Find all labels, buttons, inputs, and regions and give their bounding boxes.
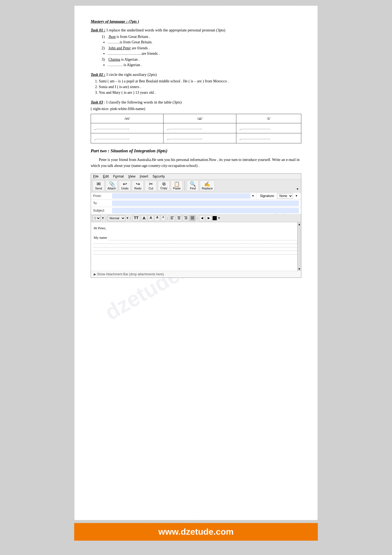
to-row: To: <box>91 200 301 207</box>
list-item: 2) John and Peter are friends . <box>102 46 301 50</box>
font-size-tt-button[interactable]: TT <box>132 215 140 221</box>
scroll-down-arrow[interactable]: ▼ <box>298 267 301 270</box>
section1-title: Mastery of language : (7pts ) <box>91 19 301 24</box>
send-label: Send <box>95 187 102 190</box>
attachment-bar[interactable]: ▶ Show Attachment Bar (drop attachments … <box>91 271 301 278</box>
list-item: Sami ( am – is ) a pupil at Ben Boulaid … <box>99 79 301 83</box>
undo-button[interactable]: ↩ Undo <box>119 180 131 191</box>
from-dropdown[interactable]: ▼ <box>251 194 254 197</box>
list-item: You and Mary ( is-are ) 13 years old . <box>99 91 301 95</box>
dotted-line-3 <box>94 247 298 247</box>
font-grow-button[interactable]: A <box>141 215 147 221</box>
copy-button[interactable]: ⧉ Copy <box>158 181 170 191</box>
align-right-button[interactable] <box>183 215 189 221</box>
outdent-button[interactable]: ◀ <box>199 215 205 221</box>
cut-label: Cut <box>149 187 153 190</box>
font-small-button[interactable]: A <box>161 215 166 221</box>
style-select[interactable]: Normal <box>108 215 125 221</box>
copy-label: Copy <box>160 186 167 190</box>
email-client: File Edit Format View Insert Security ✉ … <box>91 173 301 278</box>
font-shrink-button[interactable]: A <box>148 215 153 221</box>
task03-text: : I classify the following words in the … <box>104 100 182 104</box>
col-header-ai: /ai/ <box>164 114 236 123</box>
words-hint: ( eight-nice- pink-white-fifth-name) <box>91 107 301 111</box>
font-size-arrow[interactable]: ▼ <box>102 217 104 220</box>
toolbar-separator2: | <box>106 217 106 220</box>
attachment-bar-label: ▶ Show Attachment Bar (drop attachments … <box>94 272 164 276</box>
task03-label: Task 03 <box>91 100 103 104</box>
dotted-line-1 <box>108 240 298 240</box>
task02-list: Sami ( am – is ) a pupil at Ben Boulaid … <box>99 79 301 95</box>
redo-icon: ↪ <box>136 182 140 186</box>
dotted-line-4 <box>94 251 298 251</box>
menu-file[interactable]: File <box>93 175 99 178</box>
table-cell: _……………………….. <box>91 133 164 143</box>
dotted-line-5 <box>94 254 298 254</box>
footer-url: www.dzetude.com <box>158 527 234 537</box>
menu-format[interactable]: Format <box>113 175 124 178</box>
undo-icon: ↩ <box>123 182 127 186</box>
menu-insert[interactable]: Insert <box>140 175 148 178</box>
email-scrollbar[interactable]: ▲ ▼ <box>297 222 301 271</box>
menu-security[interactable]: Security <box>152 175 165 178</box>
send-button[interactable]: ✉ Send <box>93 180 104 191</box>
svg-rect-4 <box>178 218 180 218</box>
style-arrow[interactable]: ▼ <box>126 217 129 220</box>
find-button[interactable]: 🔍 Find <box>187 180 199 191</box>
table-cell: _……………………….. <box>164 123 236 133</box>
format-toolbar: 9 ▼ | Normal ▼ | TT A A A A | <box>91 214 301 222</box>
indent-button[interactable]: ▶ <box>206 215 212 221</box>
menu-edit[interactable]: Edit <box>103 175 109 178</box>
justify-button[interactable] <box>190 215 195 221</box>
svg-rect-7 <box>185 218 187 218</box>
align-center-button[interactable] <box>176 215 182 221</box>
list-item-answer: ……….is from Great Britain. <box>107 40 301 44</box>
to-input[interactable] <box>112 201 299 206</box>
font-size-select[interactable]: 9 <box>93 215 101 221</box>
email-body[interactable]: Hi Peter, My name <box>91 222 301 271</box>
color-picker[interactable] <box>213 216 217 220</box>
svg-rect-10 <box>191 218 194 218</box>
attach-button[interactable]: 📎 Attach <box>106 180 118 191</box>
table-row: _……………………….. _……………………….. _……………………. <box>91 123 301 133</box>
from-row: From: ▼ Signature: None ▼ <box>91 192 301 200</box>
task03-block: Task 03 : I classify the following words… <box>91 100 301 143</box>
email-toolbar: ✉ Send 📎 Attach ↩ Undo ↪ Redo ✂ Cut <box>91 179 301 192</box>
scroll-up-arrow[interactable]: ▲ <box>298 223 301 226</box>
task02-label: Task 02 : <box>91 72 105 77</box>
subject-row: Subject: <box>91 207 301 214</box>
paste-label: Paste <box>173 187 181 190</box>
task01-block: Task 01 : I replace the underlined words… <box>91 28 301 67</box>
signature-label: Signature: <box>260 194 275 198</box>
menu-view[interactable]: View <box>128 175 135 178</box>
task02-block: Task 02 : I circle the right auxiliary (… <box>91 72 301 95</box>
redo-button[interactable]: ↪ Redo <box>132 180 144 191</box>
font-normal-button[interactable]: A <box>155 215 160 221</box>
toolbar-dropdown-arrow[interactable]: ▼ <box>296 187 299 191</box>
svg-rect-9 <box>191 217 194 217</box>
list-item: 3) Chaima is Algerian . <box>102 57 301 62</box>
cut-button[interactable]: ✂ Cut <box>145 180 157 191</box>
signature-select[interactable]: None <box>277 193 293 199</box>
replace-button[interactable]: ✍ Replace <box>200 180 214 191</box>
subject-input[interactable] <box>112 208 299 213</box>
task01-text: I replace the underlined words with the … <box>106 28 225 32</box>
paste-button[interactable]: 📋 Paste <box>171 180 183 191</box>
email-fields: From: ▼ Signature: None ▼ <box>91 192 301 214</box>
svg-rect-0 <box>171 217 174 217</box>
phonetics-table: /ei/ /ai/ /i/ _……………………….. _……………………….. … <box>91 114 301 143</box>
table-row: _……………………….. _……………………….. _……………………. <box>91 133 301 143</box>
color-arrow[interactable]: ▼ <box>218 217 220 220</box>
email-menubar: File Edit Format View Insert Security <box>91 174 301 179</box>
align-left-button[interactable] <box>169 215 175 221</box>
from-label: From: <box>93 194 112 198</box>
sig-dropdown-arrow[interactable]: ▼ <box>295 194 298 197</box>
redo-label: Redo <box>134 187 141 190</box>
part-two-title: Part two : Situation of Integration (6pt… <box>91 148 301 154</box>
send-icon: ✉ <box>97 182 101 186</box>
paste-icon: 📋 <box>174 182 180 186</box>
email-body-container: Hi Peter, My name ▲ ▼ <box>91 222 301 271</box>
footer-banner: www.dzetude.com <box>74 523 318 541</box>
exam-page: dzetude.com/exams Mastery of language : … <box>74 5 318 520</box>
svg-rect-2 <box>171 219 173 219</box>
